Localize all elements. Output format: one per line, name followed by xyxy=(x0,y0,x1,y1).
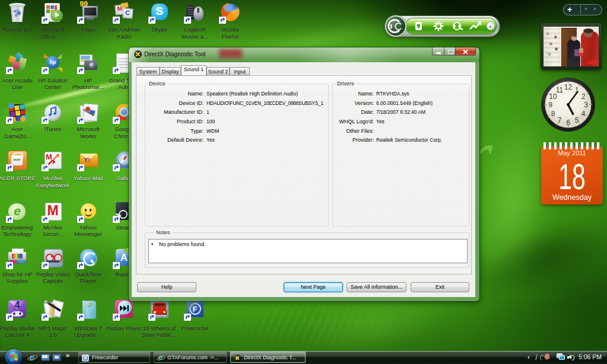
svg-text:3: 3 xyxy=(584,101,588,109)
svg-text:6: 6 xyxy=(566,119,570,127)
svg-text:9: 9 xyxy=(548,101,552,109)
svg-text:2: 2 xyxy=(581,92,586,101)
svg-text:4: 4 xyxy=(581,110,586,118)
svg-text:7: 7 xyxy=(558,116,562,124)
svg-text:12: 12 xyxy=(564,83,573,91)
svg-text:11: 11 xyxy=(556,86,564,94)
svg-text:5: 5 xyxy=(575,116,579,124)
svg-text:8: 8 xyxy=(551,110,555,118)
